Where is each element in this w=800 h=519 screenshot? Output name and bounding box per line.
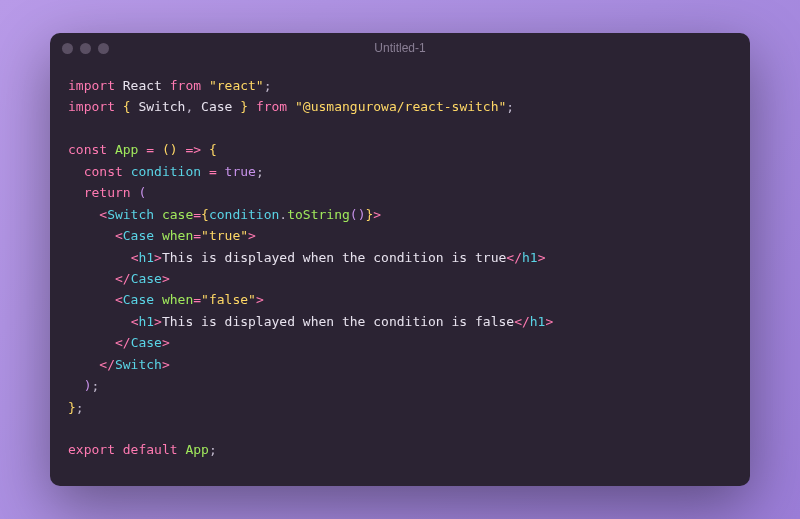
tag-close: > (154, 314, 162, 329)
boolean: true (225, 164, 256, 179)
editor-window: Untitled-1 import React from "react"; im… (50, 33, 750, 486)
brace: { (201, 207, 209, 222)
tag-open: </ (115, 335, 131, 350)
titlebar: Untitled-1 (50, 33, 750, 63)
paren: ) (170, 142, 178, 157)
punct: ; (264, 78, 272, 93)
identifier: Switch (138, 99, 185, 114)
tag-name: Case (123, 228, 154, 243)
punct: ; (209, 442, 217, 457)
tag-close: > (162, 357, 170, 372)
operator: = (209, 164, 217, 179)
tag-name: h1 (138, 314, 154, 329)
method: toString (287, 207, 350, 222)
tag-name: Case (131, 335, 162, 350)
brace: { (209, 142, 217, 157)
string: "react" (209, 78, 264, 93)
identifier: App (185, 442, 208, 457)
keyword: from (170, 78, 201, 93)
tag-close: > (154, 250, 162, 265)
tag-name: Case (131, 271, 162, 286)
tag-name: Case (123, 292, 154, 307)
punct: ; (76, 400, 84, 415)
tag-name: Switch (115, 357, 162, 372)
tag-open: < (99, 207, 107, 222)
tag-close: > (545, 314, 553, 329)
identifier: Case (201, 99, 232, 114)
brace: } (68, 400, 76, 415)
string: "@usmangurowa/react-switch" (295, 99, 506, 114)
window-title: Untitled-1 (50, 41, 750, 55)
keyword: const (68, 142, 107, 157)
operator: = (146, 142, 154, 157)
identifier: React (123, 78, 162, 93)
text-content: This is displayed when the condition is … (162, 314, 514, 329)
code-editor[interactable]: import React from "react"; import { Swit… (50, 63, 750, 486)
tag-close: > (162, 335, 170, 350)
keyword: import (68, 78, 115, 93)
maximize-icon[interactable] (98, 43, 109, 54)
keyword: export (68, 442, 115, 457)
punct: ; (256, 164, 264, 179)
variable: condition (131, 164, 201, 179)
punct: . (279, 207, 287, 222)
tag-open: </ (514, 314, 530, 329)
attribute: case (162, 207, 193, 222)
keyword: default (123, 442, 178, 457)
variable: condition (209, 207, 279, 222)
tag-close: > (162, 271, 170, 286)
tag-close: > (256, 292, 264, 307)
minimize-icon[interactable] (80, 43, 91, 54)
operator: = (193, 207, 201, 222)
string: "false" (201, 292, 256, 307)
close-icon[interactable] (62, 43, 73, 54)
text-content: This is displayed when the condition is … (162, 250, 506, 265)
punct: ; (91, 378, 99, 393)
tag-open: < (115, 292, 123, 307)
tag-open: </ (99, 357, 115, 372)
tag-name: h1 (138, 250, 154, 265)
tag-close: > (538, 250, 546, 265)
operator: => (185, 142, 201, 157)
tag-name: Switch (107, 207, 154, 222)
tag-name: h1 (530, 314, 546, 329)
paren: ( (162, 142, 170, 157)
paren: ( (138, 185, 146, 200)
tag-close: > (248, 228, 256, 243)
attribute: when (162, 228, 193, 243)
traffic-lights (62, 43, 109, 54)
paren: ( (350, 207, 358, 222)
tag-open: </ (115, 271, 131, 286)
keyword: return (84, 185, 131, 200)
operator: = (193, 292, 201, 307)
keyword: from (256, 99, 287, 114)
tag-close: > (373, 207, 381, 222)
tag-open: < (115, 228, 123, 243)
string: "true" (201, 228, 248, 243)
attribute: when (162, 292, 193, 307)
keyword: const (84, 164, 123, 179)
keyword: import (68, 99, 115, 114)
function-name: App (115, 142, 138, 157)
operator: = (193, 228, 201, 243)
brace: { (123, 99, 131, 114)
brace: } (240, 99, 248, 114)
punct: ; (506, 99, 514, 114)
tag-name: h1 (522, 250, 538, 265)
punct: , (185, 99, 193, 114)
tag-open: </ (506, 250, 522, 265)
